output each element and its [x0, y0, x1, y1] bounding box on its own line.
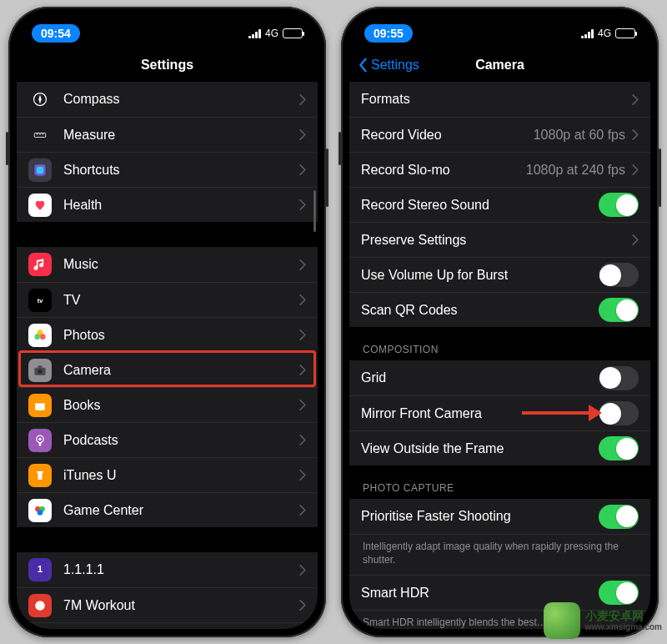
toggle-switch[interactable]: [599, 436, 639, 460]
chevron-right-icon: [299, 365, 306, 375]
chevron-right-icon: [299, 199, 306, 210]
settings-row-health[interactable]: Health: [17, 187, 318, 222]
row-label: 7M Workout: [63, 598, 299, 613]
back-button[interactable]: Settings: [358, 58, 419, 73]
settings-row-music[interactable]: Music: [17, 247, 318, 282]
chevron-right-icon: [299, 435, 306, 445]
toggle-switch[interactable]: [599, 505, 639, 529]
settings-row-books[interactable]: Books: [17, 387, 318, 422]
notch: [429, 15, 571, 38]
row-label: Game Center: [63, 503, 299, 518]
phone-right: 09:55 4G Settings Camera FormatsRecord V…: [341, 7, 659, 637]
settings-row-shortcuts[interactable]: Shortcuts: [17, 152, 318, 187]
row-label: Mirror Front Camera: [361, 406, 599, 421]
row-label: Prioritise Faster Shooting: [361, 509, 599, 524]
tv-icon: tv: [28, 289, 52, 312]
toggle-switch[interactable]: [599, 193, 639, 217]
row-label: Use Volume Up for Burst: [361, 268, 599, 283]
row-label: Camera: [63, 363, 299, 378]
svg-point-6: [34, 334, 40, 340]
settings-row-podcasts[interactable]: Podcasts: [17, 422, 318, 457]
itunesu-icon: [28, 464, 52, 487]
settings-row-record-slo-mo[interactable]: Record Slo-mo1080p at 240 fps: [349, 152, 650, 187]
ruler-icon: [28, 123, 52, 147]
settings-row-mirror-front-camera[interactable]: Mirror Front Camera: [349, 395, 650, 430]
settings-row-prioritise-faster-shooting[interactable]: Prioritise Faster Shooting: [349, 499, 650, 534]
chevron-right-icon: [299, 94, 306, 105]
section-header-composition: Composition: [349, 327, 650, 360]
settings-row-itunes-u[interactable]: iTunes U: [17, 457, 318, 492]
network-label: 4G: [598, 28, 611, 39]
notch: [97, 15, 238, 38]
svg-rect-12: [35, 400, 45, 403]
settings-row-activitytracker[interactable]: ActivityTracker: [17, 622, 318, 629]
svg-point-19: [35, 601, 45, 611]
chevron-right-icon: [299, 129, 306, 140]
compass-icon: [28, 88, 52, 111]
row-label: View Outside the Frame: [361, 441, 599, 456]
settings-row-formats[interactable]: Formats: [349, 82, 650, 117]
row-label: Health: [63, 198, 299, 213]
settings-row-camera[interactable]: Camera: [17, 352, 318, 387]
chevron-right-icon: [299, 565, 306, 576]
phone-left: 09:54 4G Settings CompassMeasureShortcut…: [8, 7, 326, 637]
books-icon: [28, 394, 52, 417]
toggle-switch[interactable]: [599, 366, 639, 390]
signal-icon: [581, 29, 594, 38]
toggle-switch[interactable]: [599, 401, 639, 425]
settings-row-scan-qr-codes[interactable]: Scan QR Codes: [349, 292, 650, 327]
toggle-switch[interactable]: [599, 263, 639, 287]
settings-row-view-outside-the-frame[interactable]: View Outside the Frame: [349, 430, 650, 465]
page-title: Camera: [475, 58, 524, 73]
settings-row-1-1-1-1[interactable]: 11.1.1.1: [17, 552, 318, 587]
settings-row-grid[interactable]: Grid: [349, 360, 650, 395]
chevron-right-icon: [299, 470, 306, 480]
row-label: TV: [63, 293, 299, 308]
podcast-icon: [28, 429, 52, 452]
row-label: Smart HDR: [361, 586, 599, 601]
row-label: Books: [63, 398, 299, 413]
chevron-right-icon: [299, 330, 306, 340]
settings-row-use-volume-up-for-burst[interactable]: Use Volume Up for Burst: [349, 257, 650, 292]
app2-icon: [28, 594, 52, 617]
row-label: Music: [63, 257, 299, 272]
settings-row-compass[interactable]: Compass: [17, 82, 318, 117]
settings-row-game-center[interactable]: Game Center: [17, 492, 318, 527]
row-detail: 1080p at 240 fps: [526, 163, 625, 178]
battery-icon: [615, 28, 635, 38]
row-label: Measure: [63, 128, 299, 143]
watermark-logo-icon: [544, 602, 580, 639]
svg-rect-10: [38, 365, 43, 368]
toggle-switch[interactable]: [599, 298, 639, 322]
music-icon: [28, 253, 52, 276]
row-label: Formats: [361, 92, 632, 107]
row-label: Scan QR Codes: [361, 303, 599, 318]
battery-icon: [283, 28, 303, 38]
svg-text:tv: tv: [38, 297, 43, 304]
chevron-right-icon: [299, 164, 306, 175]
settings-row-record-video[interactable]: Record Video1080p at 60 fps: [349, 117, 650, 152]
settings-row-7m-workout[interactable]: 7M Workout: [17, 587, 318, 622]
settings-row-photos[interactable]: Photos: [17, 317, 318, 352]
back-label: Settings: [371, 58, 419, 73]
settings-row-tv[interactable]: tvTV: [17, 282, 318, 317]
camera-icon: [28, 359, 52, 382]
chevron-right-icon: [299, 400, 306, 410]
row-label: Compass: [63, 92, 299, 107]
section-header-photo-capture: Photo Capture: [349, 465, 650, 499]
clock-pill: 09:54: [32, 24, 80, 43]
settings-row-measure[interactable]: Measure: [17, 117, 318, 152]
svg-rect-3: [37, 166, 43, 173]
scrollbar[interactable]: [313, 190, 316, 232]
row-label: Record Video: [361, 128, 534, 143]
svg-point-14: [38, 437, 41, 440]
signal-icon: [248, 29, 261, 38]
row-label: iTunes U: [63, 468, 299, 483]
chevron-right-icon: [632, 164, 639, 175]
gc-icon: [28, 499, 52, 522]
nav-bar: Settings: [17, 48, 318, 82]
app3-icon: [28, 629, 52, 630]
settings-row-preserve-settings[interactable]: Preserve Settings: [349, 222, 650, 257]
settings-row-record-stereo-sound[interactable]: Record Stereo Sound: [349, 187, 650, 222]
svg-text:1: 1: [38, 564, 43, 574]
